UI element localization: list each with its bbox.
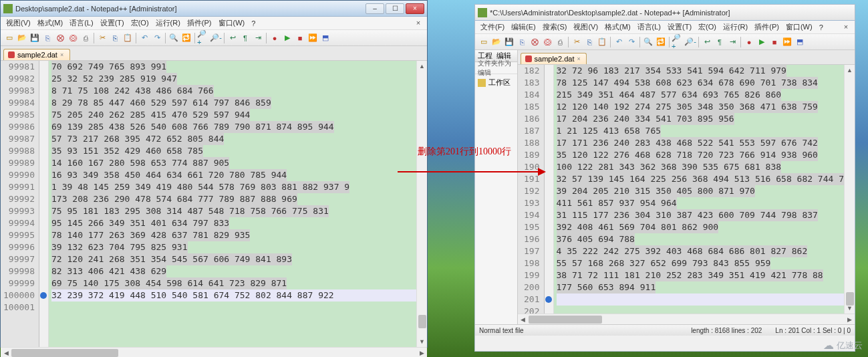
menu-7[interactable]: 窗口(W) bbox=[216, 17, 248, 29]
cut-icon[interactable]: ✂ bbox=[96, 32, 108, 44]
scroll-right-icon[interactable]: ▶ bbox=[844, 316, 855, 323]
code-line[interactable]: 1 39 48 145 259 349 419 480 544 578 769 … bbox=[51, 181, 416, 193]
scroll-up-icon[interactable]: ▲ bbox=[417, 61, 427, 72]
save-icon[interactable]: 💾 bbox=[503, 36, 515, 48]
code-line[interactable]: 14 160 167 280 598 653 774 887 905 bbox=[51, 157, 416, 169]
code-line[interactable]: 392 408 461 569 704 801 862 900 bbox=[557, 221, 844, 233]
indent-icon[interactable]: ⇥ bbox=[252, 32, 264, 44]
record-icon[interactable]: ● bbox=[269, 32, 281, 44]
marker-margin[interactable] bbox=[545, 65, 554, 314]
find-icon[interactable]: 🔍 bbox=[642, 36, 654, 48]
scroll-up-icon[interactable]: ▲ bbox=[845, 65, 855, 76]
code-line[interactable]: 32 57 139 145 164 225 256 368 494 513 51… bbox=[557, 173, 844, 185]
tab-close-button[interactable]: × bbox=[60, 51, 67, 58]
scroll-thumb-h[interactable] bbox=[529, 316, 602, 324]
menu-4[interactable]: 宏(O) bbox=[128, 17, 152, 29]
close-icon[interactable]: ⨂ bbox=[54, 32, 66, 44]
zoomin-icon[interactable]: 🔎+ bbox=[672, 36, 684, 48]
code-line[interactable]: 8 71 75 108 242 438 486 684 766 bbox=[51, 85, 416, 97]
code-line[interactable]: 78 140 177 263 369 428 637 781 829 935 bbox=[51, 229, 416, 241]
code-line[interactable]: 1 21 125 413 658 765 bbox=[557, 125, 844, 137]
zoomout-icon[interactable]: 🔎- bbox=[210, 32, 222, 44]
code-line[interactable]: 4 35 222 242 275 392 403 468 684 686 801… bbox=[557, 245, 844, 257]
menu-0[interactable]: 视图(V) bbox=[3, 17, 33, 29]
find-icon[interactable]: 🔍 bbox=[168, 32, 180, 44]
undo-icon[interactable]: ↶ bbox=[613, 36, 625, 48]
code-area[interactable]: 70 692 749 765 893 99125 32 52 239 285 9… bbox=[49, 61, 416, 347]
code-line[interactable]: 82 313 406 421 438 629 bbox=[51, 265, 416, 277]
menu-3[interactable]: 设置(T) bbox=[98, 17, 127, 29]
code-line[interactable]: 78 125 147 494 538 608 623 634 678 690 7… bbox=[557, 77, 844, 89]
menu-2[interactable]: 搜索(S) bbox=[540, 21, 570, 33]
closeall-icon[interactable]: ⨷ bbox=[541, 36, 553, 48]
code-line[interactable]: 32 72 96 183 217 354 533 541 594 642 711… bbox=[557, 65, 844, 77]
menu-5[interactable]: 语言(L) bbox=[635, 21, 664, 33]
replace-icon[interactable]: 🔁 bbox=[655, 36, 667, 48]
mdi-close-button[interactable]: × bbox=[414, 18, 423, 27]
code-line[interactable]: 35 93 151 352 429 460 658 785 bbox=[51, 145, 416, 157]
playback-icon[interactable]: ⏩ bbox=[307, 32, 319, 44]
saveall-icon[interactable]: ⎘ bbox=[516, 36, 528, 48]
code-line[interactable]: 72 120 241 268 351 354 545 567 606 749 8… bbox=[51, 253, 416, 265]
code-line[interactable]: 35 120 122 276 468 628 718 720 723 766 9… bbox=[557, 149, 844, 161]
copy-icon[interactable]: ⎘ bbox=[583, 36, 595, 48]
marker-margin[interactable] bbox=[39, 61, 49, 347]
menu-8[interactable]: ? bbox=[249, 18, 258, 29]
wrap-icon[interactable]: ↩ bbox=[701, 36, 713, 48]
code-line[interactable]: 39 132 623 704 795 825 931 bbox=[51, 241, 416, 253]
mdi-close-button[interactable]: × bbox=[841, 22, 851, 31]
horizontal-scrollbar[interactable]: ◀ ▶ bbox=[1, 347, 427, 357]
close-icon[interactable]: ⨂ bbox=[529, 36, 541, 48]
maximize-button[interactable]: ☐ bbox=[386, 3, 404, 14]
scroll-thumb-h[interactable] bbox=[11, 349, 118, 357]
tree-root-item[interactable]: 工作区 bbox=[478, 77, 515, 88]
vertical-scrollbar[interactable]: ▲ ▼ bbox=[844, 65, 855, 314]
menu-10[interactable]: 窗口(W) bbox=[783, 21, 815, 33]
code-line[interactable]: 32 239 372 419 448 510 540 581 674 752 8… bbox=[51, 289, 416, 302]
zoomout-icon[interactable]: 🔎- bbox=[684, 36, 696, 48]
code-line[interactable]: 16 93 349 358 450 464 634 661 720 780 78… bbox=[51, 169, 416, 181]
code-line[interactable]: 173 208 236 290 478 574 684 777 789 887 … bbox=[51, 193, 416, 205]
playback-icon[interactable]: ⏩ bbox=[781, 36, 793, 48]
scroll-left-icon[interactable]: ◀ bbox=[518, 316, 529, 323]
print-icon[interactable]: ⎙ bbox=[554, 36, 566, 48]
undo-icon[interactable]: ↶ bbox=[138, 32, 150, 44]
scroll-right-icon[interactable]: ▶ bbox=[416, 350, 427, 356]
code-line[interactable]: 69 75 140 175 308 454 598 614 641 723 82… bbox=[51, 277, 416, 289]
record-icon[interactable]: ● bbox=[743, 36, 755, 48]
code-line[interactable]: 177 560 653 894 911 bbox=[557, 281, 844, 293]
stop-icon[interactable]: ■ bbox=[768, 36, 780, 48]
savemacro-icon[interactable]: ⬒ bbox=[319, 32, 331, 44]
play-icon[interactable]: ▶ bbox=[756, 36, 768, 48]
menu-6[interactable]: 插件(P) bbox=[184, 17, 214, 29]
code-line[interactable]: 31 115 177 236 304 310 387 423 600 709 7… bbox=[557, 209, 844, 221]
invisible-icon[interactable]: ¶ bbox=[239, 32, 251, 44]
cut-icon[interactable]: ✂ bbox=[571, 36, 583, 48]
scroll-left-icon[interactable]: ◀ bbox=[1, 350, 11, 356]
file-tab[interactable]: sample2.dat × bbox=[521, 53, 587, 64]
folder-row-label[interactable]: 文件夹作为 编辑 bbox=[478, 59, 515, 78]
invisible-icon[interactable]: ¶ bbox=[714, 36, 726, 48]
menu-0[interactable]: 文件(F) bbox=[478, 21, 507, 33]
saveall-icon[interactable]: ⎘ bbox=[41, 32, 53, 44]
menu-1[interactable]: 格式(M) bbox=[35, 17, 66, 29]
code-line[interactable]: 75 205 240 262 285 415 470 529 597 944 bbox=[51, 109, 416, 121]
file-tab[interactable]: sample2.dat × bbox=[3, 49, 70, 60]
title-bar[interactable]: Desktop\sample2.dat - Notepad++ [Adminis… bbox=[1, 1, 427, 17]
code-line[interactable] bbox=[51, 302, 416, 314]
code-line[interactable]: 38 71 72 111 181 210 252 283 349 351 419… bbox=[557, 269, 844, 281]
code-line[interactable]: 57 73 217 268 395 472 652 805 844 bbox=[51, 133, 416, 145]
vertical-scrollbar[interactable]: ▲ ▼ bbox=[416, 61, 427, 347]
redo-icon[interactable]: ↷ bbox=[625, 36, 637, 48]
code-line[interactable] bbox=[557, 293, 844, 306]
horizontal-scrollbar[interactable]: ◀ ▶ bbox=[518, 314, 855, 324]
code-line[interactable]: 75 95 181 183 295 308 314 487 548 718 75… bbox=[51, 205, 416, 217]
menu-4[interactable]: 格式(M) bbox=[602, 21, 633, 33]
wrap-icon[interactable]: ↩ bbox=[227, 32, 239, 44]
savemacro-icon[interactable]: ⬒ bbox=[794, 36, 806, 48]
redo-icon[interactable]: ↷ bbox=[151, 32, 163, 44]
close-button[interactable]: × bbox=[406, 3, 424, 14]
code-line[interactable]: 17 171 236 240 283 438 468 522 541 553 5… bbox=[557, 137, 844, 149]
new-icon[interactable]: ▭ bbox=[478, 36, 490, 48]
zoomin-icon[interactable]: 🔎+ bbox=[197, 32, 209, 44]
